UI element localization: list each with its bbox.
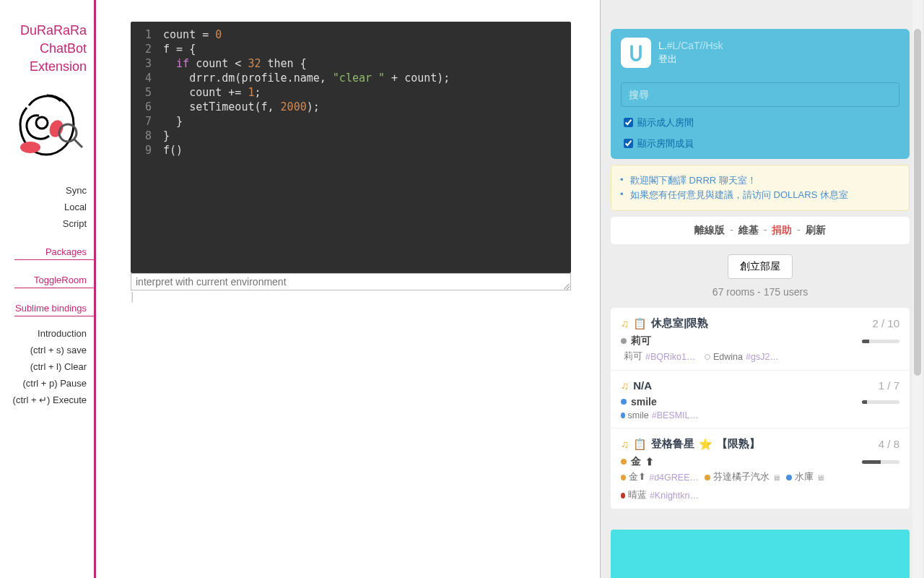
nav-help-save: (ctrl + s) save (30, 342, 94, 358)
arrow-up-icon: ⬆ (645, 456, 654, 467)
check-members[interactable] (624, 139, 633, 148)
owner-dot-icon (621, 459, 627, 465)
room-members: smile#BESMIL… (621, 410, 899, 420)
code-body[interactable]: count = 0f = { if count < 32 then { drrr… (163, 27, 571, 158)
capacity-bar (862, 400, 899, 404)
svg-point-2 (47, 118, 65, 139)
star-icon: ⭐ (699, 438, 712, 451)
scrollbar-thumb[interactable] (914, 29, 921, 376)
owner-dot-icon (621, 399, 627, 405)
link-offline[interactable]: 離線版 (694, 224, 725, 236)
sidebar: DuRaRaRa ChatBot Extension Sync Local (0, 0, 96, 578)
profile-tag: #L/CaT//Hsk (667, 40, 723, 51)
member-dot-icon (621, 493, 625, 499)
nav-packages[interactable]: Packages (14, 243, 94, 260)
nav-help-execute: (ctrl + ↵) Execute (13, 392, 94, 408)
ad-banner[interactable] (611, 530, 910, 578)
check-adult[interactable] (624, 118, 633, 127)
room-list: ♫📋休息室|限熟2 / 10莉可莉可#BQRiko1…🖥Edwina#gsJ2…… (611, 308, 910, 509)
logo (7, 85, 87, 165)
capacity-bar (862, 340, 899, 343)
capacity-bar (862, 460, 899, 464)
check-members-label: 顯示房間成員 (637, 137, 694, 150)
room-title: ♫📋登格鲁星⭐【限熟】 (621, 437, 760, 451)
scrollbar[interactable] (912, 0, 923, 578)
nav-introduction[interactable]: Introduction (38, 325, 94, 342)
avatar (621, 38, 651, 68)
nav-help: Introduction (ctrl + s) save (ctrl + l) … (0, 325, 94, 408)
brand-title: DuRaRaRa ChatBot Extension (13, 22, 94, 82)
nav-script[interactable]: Script (63, 215, 94, 232)
room-count: 1 / 7 (879, 379, 899, 392)
chat-panel: L.#L/CaT//Hsk 登出 顯示成人房間 顯示房間成員 歡迎閣下翻譯 DR… (601, 0, 924, 578)
member: smile#BESMIL… (621, 410, 699, 420)
profile-bar: L.#L/CaT//Hsk 登出 (611, 29, 910, 77)
nav-sublime-bindings[interactable]: Sublime bindings (14, 300, 94, 316)
interpret-input[interactable] (131, 273, 571, 290)
member-dot-icon (621, 413, 625, 418)
svg-line-4 (74, 139, 82, 147)
link-wiki[interactable]: 維基 (738, 224, 759, 236)
room-item[interactable]: ♫📋休息室|限熟2 / 10莉可莉可#BQRiko1…🖥Edwina#gsJ2… (611, 308, 910, 371)
nav-help-pause: (ctrl + p) Pause (22, 375, 94, 392)
room-item[interactable]: ♫N/A1 / 7smilesmile#BESMIL… (611, 371, 910, 428)
link-refresh[interactable]: 刷新 (806, 224, 826, 236)
logout-link[interactable]: 登出 (658, 53, 723, 66)
svg-point-0 (36, 117, 48, 129)
clipboard-icon: 📋 (633, 317, 647, 330)
member: 金⬆#d4GREE… (621, 471, 699, 483)
room-count: 2 / 10 (872, 317, 899, 329)
desktop-icon: 🖥 (772, 473, 780, 482)
nav-sync[interactable]: Sync (66, 182, 94, 199)
check-adult-label: 顯示成人房間 (637, 116, 694, 129)
notice-feedback-link[interactable]: 如果您有任何意見與建議，請访问 DOLLARS 休息室 (620, 189, 900, 202)
sep: - (730, 224, 733, 236)
music-icon: ♫ (621, 379, 629, 392)
nav-primary: Sync Local Script (0, 182, 94, 232)
check-adult-row[interactable]: 顯示成人房間 (611, 114, 910, 135)
nav-toggleroom[interactable]: ToggleRoom (14, 272, 94, 288)
brand-line3: Extension (20, 58, 87, 76)
room-owner: smile (631, 396, 657, 407)
create-room-button[interactable]: 創立部屋 (728, 254, 793, 279)
room-members: 金⬆#d4GREE…芬達橘子汽水🖥水庫🖥晴蓝#Knightkn… (621, 471, 899, 501)
nav-local[interactable]: Local (64, 199, 94, 215)
svg-point-1 (20, 142, 40, 153)
member: 水庫🖥 (786, 471, 824, 483)
music-icon: ♫ (621, 438, 629, 450)
member: 芬達橘子汽水🖥 (705, 471, 780, 483)
clipboard-icon: 📋 (633, 438, 647, 451)
link-donate[interactable]: 捐助 (772, 224, 792, 236)
notice-translate-link[interactable]: 歡迎閣下翻譯 DRRR 聊天室！ (620, 174, 900, 187)
member: 晴蓝#Knightkn… (621, 489, 699, 501)
brand-line2: ChatBot (20, 40, 87, 58)
notice-box: 歡迎閣下翻譯 DRRR 聊天室！ 如果您有任何意見與建議，請访问 DOLLARS… (611, 165, 910, 211)
nav-help-clear: (ctrl + l) Clear (30, 358, 94, 375)
search-input[interactable] (621, 82, 899, 107)
brand-line1: DuRaRaRa (20, 22, 87, 40)
room-title: ♫📋休息室|限熟 (621, 316, 708, 330)
room-owner: 莉可 (631, 335, 651, 348)
room-title: ♫N/A (621, 379, 652, 392)
line-gutter: 123456789 (131, 27, 163, 158)
member-dot-icon (705, 354, 710, 360)
member-dot-icon (705, 475, 710, 480)
room-stats: 67 rooms - 175 users (611, 286, 910, 298)
music-icon: ♫ (621, 317, 629, 329)
editor-pane: 123456789 count = 0f = { if count < 32 t… (96, 0, 601, 578)
repl-cursor: | (129, 290, 571, 302)
desktop-icon: 🖥 (698, 353, 699, 361)
room-owner: 金 (631, 455, 641, 468)
resize-handle-icon[interactable] (562, 282, 570, 289)
sep: - (797, 224, 801, 236)
sep: - (764, 224, 767, 236)
member: Edwina#gsJ2… (705, 350, 779, 363)
check-members-row[interactable]: 顯示房間成員 (611, 135, 910, 159)
room-members: 莉可#BQRiko1…🖥Edwina#gsJ2… (621, 350, 899, 363)
code-editor[interactable]: 123456789 count = 0f = { if count < 32 t… (131, 22, 571, 273)
room-item[interactable]: ♫📋登格鲁星⭐【限熟】4 / 8金⬆金⬆#d4GREE…芬達橘子汽水🖥水庫🖥晴蓝… (611, 428, 910, 509)
profile-name: L. (658, 40, 667, 51)
member-dot-icon (621, 475, 626, 480)
links-bar: 離線版 - 維基 - 捐助 - 刷新 (611, 217, 910, 244)
owner-dot-icon (621, 338, 627, 344)
